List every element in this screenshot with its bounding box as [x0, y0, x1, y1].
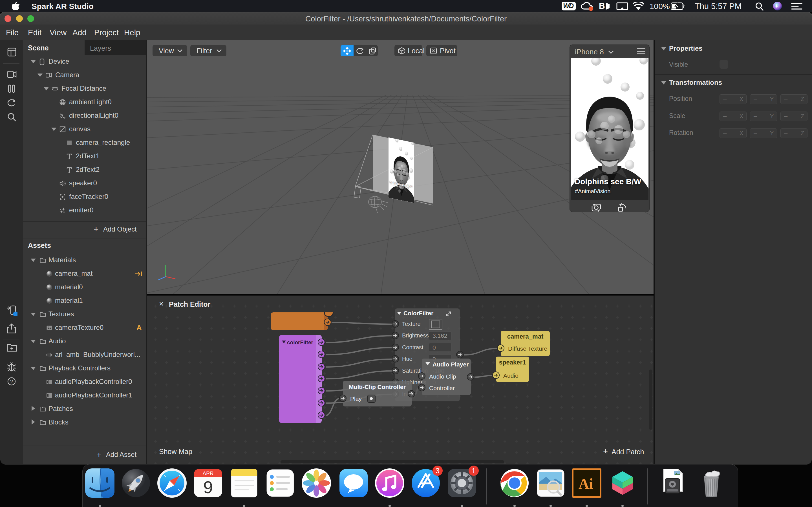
svg-text:9: 9: [203, 477, 213, 497]
svg-text:APR: APR: [202, 470, 213, 476]
